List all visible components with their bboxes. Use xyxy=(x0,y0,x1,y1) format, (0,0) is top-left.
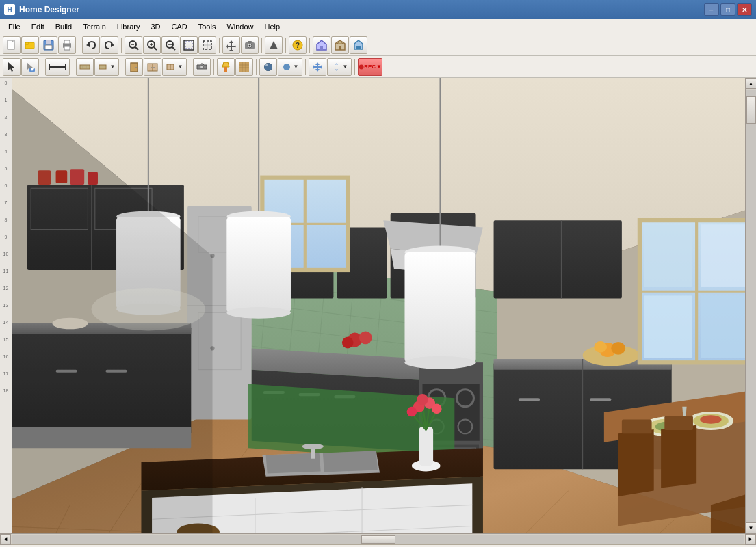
house2-button[interactable] xyxy=(331,36,349,54)
canvas-area[interactable] xyxy=(12,78,745,533)
new-button[interactable] xyxy=(3,36,21,54)
wall-button[interactable] xyxy=(76,58,94,76)
close-button[interactable]: ✕ xyxy=(737,3,752,16)
menu-tools[interactable]: Tools xyxy=(193,21,222,32)
house1-button[interactable] xyxy=(313,36,330,54)
material-dropdown-button[interactable]: ▼ xyxy=(278,58,302,76)
svg-marker-198 xyxy=(323,451,378,472)
material-button[interactable] xyxy=(259,58,277,76)
svg-point-239 xyxy=(342,337,354,349)
minimize-button[interactable]: − xyxy=(704,3,719,16)
main-area: 0 1 2 3 4 5 6 7 8 9 10 11 12 13 14 15 16… xyxy=(0,78,756,533)
scroll-left-button[interactable]: ◄ xyxy=(0,534,11,545)
svg-point-60 xyxy=(151,67,152,68)
svg-marker-32 xyxy=(270,41,278,49)
paint-button[interactable] xyxy=(217,58,235,76)
polygon-select-button[interactable]: ▼ xyxy=(21,58,39,76)
scroll-track-vertical xyxy=(746,90,756,522)
menu-help[interactable]: Help xyxy=(259,21,286,32)
left-ruler: 0 1 2 3 4 5 6 7 8 9 10 11 12 13 14 15 16… xyxy=(0,78,12,533)
scroll-thumb-vertical[interactable] xyxy=(746,96,756,124)
fit-view-button[interactable] xyxy=(180,36,198,54)
svg-marker-42 xyxy=(8,62,14,72)
sep3 xyxy=(219,38,220,53)
arrow-up-button[interactable] xyxy=(265,36,283,54)
house3-button[interactable] xyxy=(350,36,367,54)
open-button[interactable] xyxy=(21,36,39,54)
svg-rect-3 xyxy=(25,42,29,44)
scroll-down-button[interactable]: ▼ xyxy=(746,522,757,533)
svg-rect-31 xyxy=(248,41,252,43)
toolbar-tools: ▼ ▼ ▼ ▼ xyxy=(0,56,756,78)
right-scrollbar: ▲ ▼ xyxy=(745,78,756,533)
svg-point-165 xyxy=(594,341,607,353)
svg-point-210 xyxy=(432,404,442,414)
app-icon: H xyxy=(4,4,15,15)
status-bar xyxy=(0,544,756,547)
zoom-in-button[interactable] xyxy=(143,36,161,54)
svg-point-30 xyxy=(249,44,251,46)
camera-button[interactable] xyxy=(241,36,259,54)
svg-rect-161 xyxy=(590,398,611,401)
svg-marker-232 xyxy=(618,429,654,496)
svg-point-200 xyxy=(302,444,324,449)
svg-rect-182 xyxy=(226,217,291,312)
svg-marker-27 xyxy=(226,40,236,51)
svg-rect-202 xyxy=(419,427,433,466)
menu-file[interactable]: File xyxy=(3,21,26,32)
menu-cad[interactable]: CAD xyxy=(166,21,192,32)
camera-tool-button[interactable] xyxy=(193,58,211,76)
sep-t1 xyxy=(42,59,42,75)
wall-dropdown-button[interactable]: ▼ xyxy=(94,58,119,76)
redo-button[interactable] xyxy=(101,36,118,54)
undo-button[interactable] xyxy=(82,36,100,54)
sep1 xyxy=(79,38,79,53)
select-button[interactable] xyxy=(3,58,21,76)
window-controls: − □ ✕ xyxy=(704,3,752,16)
zoom-out-button[interactable] xyxy=(161,36,179,54)
zoom-box-button[interactable] xyxy=(198,36,216,54)
svg-rect-66 xyxy=(239,62,249,72)
measure-button[interactable] xyxy=(45,58,70,76)
help-button[interactable]: ? xyxy=(289,36,307,54)
zoom-small-button[interactable] xyxy=(125,36,142,54)
move-tool-button[interactable] xyxy=(309,58,326,76)
move-dropdown-button[interactable]: ▼ xyxy=(327,58,352,76)
svg-point-212 xyxy=(417,394,428,405)
kitchen-scene xyxy=(12,78,745,533)
scroll-thumb-horizontal[interactable] xyxy=(361,535,395,544)
menu-library[interactable]: Library xyxy=(112,21,146,32)
cabinet-dropdown-button[interactable]: ▼ xyxy=(162,58,187,76)
maximize-button[interactable]: □ xyxy=(720,3,735,16)
menu-terrain[interactable]: Terrain xyxy=(77,21,112,32)
print-button[interactable] xyxy=(58,36,76,54)
scroll-right-button[interactable]: ► xyxy=(745,534,756,545)
svg-marker-76 xyxy=(335,63,338,71)
title-bar: H Home Designer − □ ✕ xyxy=(0,0,756,19)
kitchen-svg xyxy=(12,78,745,533)
svg-point-72 xyxy=(264,63,272,71)
scroll-up-button[interactable]: ▲ xyxy=(746,78,757,89)
cabinet-button[interactable] xyxy=(144,58,161,76)
sep-t6 xyxy=(256,59,257,75)
svg-point-57 xyxy=(135,67,137,68)
menu-edit[interactable]: Edit xyxy=(26,21,50,32)
door-button[interactable] xyxy=(125,58,143,76)
svg-rect-5 xyxy=(46,40,51,44)
svg-rect-41 xyxy=(356,46,361,49)
record-button[interactable]: REC ▼ xyxy=(358,58,382,76)
pan-button[interactable] xyxy=(222,36,240,54)
svg-rect-235 xyxy=(664,416,693,430)
svg-rect-171 xyxy=(701,224,745,287)
svg-rect-9 xyxy=(64,46,70,50)
menu-3d[interactable]: 3D xyxy=(145,21,166,32)
texture-button[interactable] xyxy=(235,58,253,76)
svg-text:▼: ▼ xyxy=(30,67,35,72)
app-title: Home Designer xyxy=(19,5,704,14)
svg-rect-199 xyxy=(311,448,315,459)
sep-t7 xyxy=(305,59,306,75)
save-button[interactable] xyxy=(40,36,57,54)
menu-window[interactable]: Window xyxy=(221,21,259,32)
menu-build[interactable]: Build xyxy=(50,21,77,32)
toolbar-main: ? xyxy=(0,34,756,56)
